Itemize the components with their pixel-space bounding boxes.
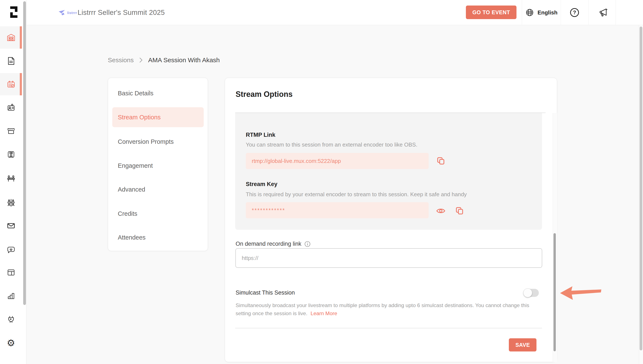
sidebar-item-emails[interactable]	[0, 214, 22, 237]
breadcrumb-sessions-link[interactable]: Sessions	[108, 56, 134, 64]
sidebar-item-settings[interactable]: ⚙	[0, 332, 22, 354]
annotation-arrow	[559, 284, 603, 302]
sidebar-item-integrations[interactable]	[0, 308, 22, 330]
page-title: Listrrr Seller's Summit 2025	[78, 0, 165, 25]
globe-icon	[525, 8, 534, 17]
learn-more-link[interactable]: Learn More	[311, 310, 337, 316]
copy-stream-key-button[interactable]	[455, 206, 464, 216]
breadcrumb: Sessions AMA Session With Akash	[108, 55, 220, 66]
sidebar-item-networking[interactable]	[0, 192, 22, 214]
session-settings-menu: Basic Details Stream Options Conversion …	[108, 78, 208, 251]
event-brand-logo: listrrr	[58, 9, 77, 16]
sidebar-item-engagement[interactable]	[0, 238, 22, 260]
help-button[interactable]: ?	[569, 0, 580, 25]
sidebar-item-pages[interactable]	[0, 50, 22, 72]
sidebar-scrollbar[interactable]	[23, 1, 26, 305]
megaphone-icon	[598, 7, 609, 18]
menu-item-conversion-prompts[interactable]: Conversion Prompts	[118, 138, 174, 145]
recording-link-label-row: On demand recording link	[236, 240, 311, 247]
simulcast-toggle[interactable]	[524, 289, 539, 297]
layout-icon	[6, 268, 16, 277]
networking-icon	[6, 198, 16, 208]
stream-key-description: This is required by your external encode…	[246, 191, 467, 198]
stream-key-value[interactable]: ************	[246, 202, 429, 218]
chevron-right-icon	[139, 57, 143, 63]
copy-icon	[436, 156, 446, 166]
stream-key-label: Stream Key	[246, 181, 278, 188]
recording-link-label: On demand recording link	[236, 240, 301, 247]
sidebar-item-meetings[interactable]	[0, 167, 22, 189]
panel-title: Stream Options	[236, 90, 293, 99]
sidebar-item-event-home[interactable]	[0, 26, 22, 49]
stream-options-panel: Stream Options RTMP Link You can stream …	[225, 78, 557, 362]
meeting-table-icon	[6, 173, 16, 183]
menu-item-stream-options[interactable]: Stream Options	[112, 107, 204, 127]
help-icon: ?	[569, 8, 580, 18]
panel-divider	[235, 328, 542, 328]
sidebar-item-layout[interactable]	[0, 261, 22, 284]
bar-chart-icon	[6, 291, 16, 301]
menu-item-basic-details[interactable]: Basic Details	[118, 90, 153, 97]
sidebar-item-analytics[interactable]	[0, 284, 22, 307]
listrrr-logo-icon	[58, 9, 66, 16]
announcements-button[interactable]	[598, 0, 609, 25]
recording-link-input[interactable]	[235, 248, 542, 268]
speaker-badge-icon	[6, 103, 16, 112]
sidebar-item-rooms[interactable]	[0, 143, 22, 166]
event-home-icon	[6, 33, 16, 42]
header-divider	[561, 0, 561, 25]
eye-icon	[436, 206, 446, 216]
brand-name: listrrr	[67, 11, 77, 15]
header-divider	[615, 0, 616, 25]
sessions-calendar-icon	[6, 80, 16, 89]
plug-icon	[6, 314, 16, 324]
go-to-event-button[interactable]: GO TO EVENT	[466, 6, 517, 19]
header-divider	[522, 0, 522, 25]
menu-item-attendees[interactable]: Attendees	[118, 234, 146, 241]
simulcast-description: Simultaneously broadcast your livestream…	[236, 301, 529, 318]
svg-text:?: ?	[573, 10, 576, 15]
sidebar-item-sessions[interactable]	[0, 73, 22, 95]
storefront-icon	[6, 126, 16, 136]
rtmp-link-value[interactable]: rtmp://global-live.mux.com:5222/app	[246, 153, 429, 169]
menu-item-label: Stream Options	[118, 107, 160, 127]
menu-item-engagement[interactable]: Engagement	[118, 162, 153, 169]
mail-icon	[6, 221, 16, 231]
virtual-room-icon	[6, 150, 16, 159]
sidebar-item-speakers[interactable]	[0, 96, 22, 119]
toggle-knob	[523, 288, 532, 297]
breadcrumb-current: AMA Session With Akash	[148, 56, 220, 64]
top-header: listrrr Listrrr Seller's Summit 2025 GO …	[27, 0, 643, 25]
chat-heart-icon	[6, 245, 16, 254]
header-divider	[588, 0, 589, 25]
rtmp-link-description: You can stream to this session from an e…	[246, 142, 417, 148]
simulcast-description-line1: Simultaneously broadcast your livestream…	[236, 301, 529, 310]
rtmp-link-label: RTMP Link	[246, 132, 275, 138]
app-sidebar: ⚙	[0, 0, 26, 364]
panel-scrollbar-thumb[interactable]	[553, 233, 556, 351]
info-icon[interactable]	[304, 241, 311, 247]
page-scrollbar-thumb[interactable]	[639, 26, 642, 350]
hubilo-logo[interactable]	[8, 5, 20, 20]
menu-item-advanced[interactable]: Advanced	[118, 186, 145, 193]
language-label: English	[538, 9, 557, 16]
reveal-stream-key-button[interactable]	[436, 206, 446, 217]
save-button[interactable]: SAVE	[509, 338, 536, 352]
copy-icon	[455, 206, 464, 216]
simulcast-description-line2: setting once the session is live.	[236, 310, 307, 316]
copy-rtmp-link-button[interactable]	[436, 156, 446, 166]
external-stream-section: RTMP Link You can stream to this session…	[235, 113, 542, 230]
document-icon	[6, 56, 16, 66]
simulcast-label: Simulcast This Session	[236, 290, 295, 296]
menu-item-credits[interactable]: Credits	[118, 210, 137, 217]
language-selector[interactable]: English	[525, 0, 557, 25]
sidebar-item-booths[interactable]	[0, 120, 22, 142]
gear-icon: ⚙	[7, 338, 15, 348]
